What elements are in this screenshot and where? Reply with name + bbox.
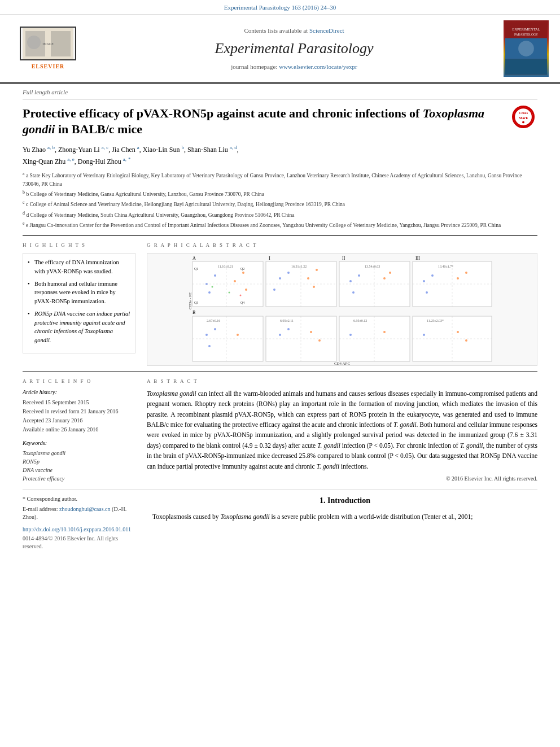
- keyword-4: Protective efficacy: [23, 475, 135, 483]
- highlight-item-3: RON5p DNA vaccine can induce partial pro…: [28, 309, 130, 345]
- svg-text:11.10±0.21: 11.10±0.21: [218, 265, 233, 268]
- intro-heading: 1. Introduction: [152, 495, 537, 506]
- svg-point-59: [426, 291, 428, 294]
- doi-line[interactable]: http://dx.doi.org/10.1016/j.exppara.2016…: [23, 526, 135, 534]
- top-bar: Experimental Parasitology 163 (2016) 24–…: [0, 0, 560, 15]
- svg-text:CD4 APC: CD4 APC: [334, 361, 351, 366]
- svg-text:B: B: [193, 310, 195, 315]
- available-date: Available online 26 January 2016: [23, 426, 135, 434]
- received-date: Received 15 September 2015: [23, 399, 135, 407]
- svg-point-89: [423, 334, 425, 336]
- svg-text:Cross: Cross: [519, 111, 528, 115]
- svg-point-24: [234, 280, 236, 282]
- svg-point-61: [465, 272, 467, 274]
- email-link[interactable]: zhoudonghui@caas.cn: [59, 506, 111, 512]
- svg-point-39: [287, 272, 290, 274]
- copyright-notice: © 2016 Elsevier Inc. All rights reserved…: [147, 475, 537, 483]
- svg-point-84: [383, 331, 386, 333]
- history-label: Article history:: [23, 388, 135, 396]
- bottom-section: * Corresponding author. E-mail address: …: [23, 489, 537, 551]
- email-line: E-mail address: zhoudonghui@caas.cn (D.-…: [23, 505, 135, 521]
- graphical-abstract-image: A I II III 11.10±0.21: [147, 253, 537, 366]
- svg-point-51: [383, 277, 386, 279]
- keyword-3: DNA vaccine: [23, 466, 135, 474]
- highlights-graphical-section: H I G H L I G H T S The efficacy of DNA …: [23, 235, 537, 366]
- svg-point-60: [457, 277, 459, 279]
- svg-point-50: [352, 291, 355, 294]
- svg-text:II: II: [342, 256, 345, 261]
- svg-point-90: [457, 331, 459, 333]
- svg-point-78: [318, 339, 321, 342]
- svg-text:IMAGE: IMAGE: [42, 42, 54, 46]
- article-info-section: A R T I C L E I N F O Article history: R…: [23, 378, 135, 483]
- svg-point-10: [518, 41, 534, 57]
- article-title-row: Protective efficacy of pVAX-RON5p agains…: [23, 106, 537, 138]
- homepage-link[interactable]: www.elsevier.com/locate/yexpr: [279, 63, 357, 70]
- svg-text:13.54±0.03: 13.54±0.03: [365, 265, 380, 268]
- authors-line: Yu Zhao a, b, Zhong-Yuan Li a, c, Jia Ch…: [23, 143, 537, 167]
- svg-text:CD3e - PE: CD3e - PE: [188, 292, 193, 309]
- affiliations: a a State Key Laboratory of Veterinary E…: [23, 171, 537, 229]
- svg-point-43: [313, 286, 315, 288]
- journal-reference: Experimental Parasitology 163 (2016) 24–…: [224, 4, 336, 11]
- svg-text:Q3: Q3: [194, 301, 198, 304]
- homepage-line: journal homepage: www.elsevier.com/locat…: [96, 63, 492, 71]
- svg-point-52: [389, 272, 391, 274]
- svg-text:2.67±0.16: 2.67±0.16: [207, 319, 220, 322]
- svg-point-26: [245, 289, 247, 291]
- svg-point-91: [465, 339, 467, 342]
- svg-point-38: [279, 277, 281, 279]
- graphical-abstract-section: G R A P H I C A L A B S T R A C T A I II…: [147, 242, 537, 366]
- intro-text: Toxoplasmosis caused by Toxoplasma gondi…: [152, 512, 537, 522]
- footer-notes: * Corresponding author. E-mail address: …: [23, 495, 135, 551]
- svg-point-49: [358, 274, 360, 277]
- contents-available: Contents lists available at ScienceDirec…: [96, 27, 492, 35]
- journal-center: Contents lists available at ScienceDirec…: [85, 27, 504, 71]
- journal-header: IMAGE ELSEVIER Contents lists available …: [0, 15, 560, 84]
- svg-text:Q4: Q4: [240, 301, 244, 304]
- keyword-2: RON5p: [23, 458, 135, 466]
- svg-point-27: [212, 286, 213, 288]
- journal-logo-image: IMAGE: [20, 27, 76, 60]
- revised-date: Received in revised form 21 January 2016: [23, 408, 135, 416]
- main-content: Full length article Protective efficacy …: [0, 84, 560, 550]
- svg-text:Q2: Q2: [240, 267, 244, 270]
- journal-title: Experimental Parasitology: [96, 38, 492, 59]
- svg-text:III: III: [415, 256, 420, 261]
- svg-point-40: [273, 289, 275, 291]
- svg-text:6.95±0.12: 6.95±0.12: [353, 319, 367, 322]
- sciencedirect-link[interactable]: ScienceDirect: [309, 27, 344, 34]
- accepted-date: Accepted 23 January 2016: [23, 417, 135, 425]
- svg-point-70: [237, 334, 239, 336]
- svg-point-76: [287, 328, 290, 330]
- svg-point-58: [431, 274, 434, 277]
- abstract-label: A B S T R A C T: [147, 378, 537, 385]
- highlight-item-2: Both humoral and cellular immune respons…: [28, 279, 130, 306]
- keyword-1: Toxoplasma gondii: [23, 449, 135, 457]
- highlights-label: H I G H L I G H T S: [23, 242, 135, 249]
- svg-text:PARASITOLOGY: PARASITOLOGY: [514, 33, 538, 36]
- svg-rect-2: [51, 31, 71, 56]
- svg-point-3: [27, 36, 41, 49]
- svg-point-28: [229, 292, 230, 294]
- logo-area: IMAGE ELSEVIER: [11, 27, 85, 71]
- svg-point-23: [208, 291, 211, 294]
- svg-point-14: [522, 121, 524, 123]
- svg-text:13.40±1.7*: 13.40±1.7*: [438, 265, 453, 268]
- abstract-text: Toxoplasma gondii can infect all the war…: [147, 388, 537, 471]
- svg-point-75: [279, 334, 281, 336]
- graphical-label: G R A P H I C A L A B S T R A C T: [147, 242, 537, 249]
- svg-point-48: [349, 280, 352, 282]
- article-info-abstract-section: A R T I C L E I N F O Article history: R…: [23, 372, 537, 483]
- svg-point-69: [208, 345, 211, 347]
- svg-point-67: [205, 334, 208, 336]
- corresponding-note: * Corresponding author.: [23, 495, 135, 503]
- svg-point-25: [242, 272, 244, 274]
- article-info-label: A R T I C L E I N F O: [23, 378, 135, 385]
- elsevier-brand: ELSEVIER: [32, 63, 65, 71]
- svg-point-42: [316, 269, 318, 271]
- keywords-label: Keywords:: [23, 439, 135, 447]
- svg-text:6.95±2.11: 6.95±2.11: [280, 319, 294, 322]
- svg-point-29: [240, 295, 242, 296]
- crossmark-badge: Cross Mark: [512, 106, 537, 131]
